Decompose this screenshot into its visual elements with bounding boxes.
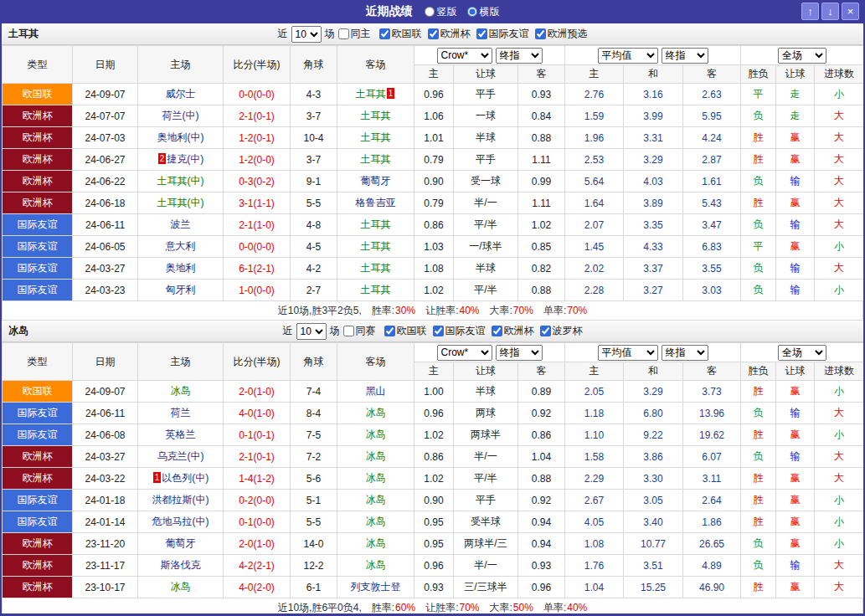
home-team[interactable]: 斯洛伐克 xyxy=(161,559,201,571)
away-team[interactable]: 冰岛 xyxy=(366,407,386,418)
away-team[interactable]: 土耳其 xyxy=(356,88,386,100)
home-team[interactable]: 奥地利(中) xyxy=(157,131,204,143)
layout-radio[interactable]: 竖版 xyxy=(425,5,457,19)
move-up-button[interactable]: ↑ xyxy=(801,3,819,20)
bookmaker-select[interactable]: Crow* xyxy=(437,345,492,361)
away-team[interactable]: 列支敦士登 xyxy=(351,581,401,593)
same-checkbox[interactable] xyxy=(338,28,349,39)
away-team[interactable]: 冰岛 xyxy=(366,537,386,549)
home-team[interactable]: 乌克兰(中) xyxy=(157,450,204,462)
league-checkbox[interactable] xyxy=(428,28,439,39)
away-team[interactable]: 冰岛 xyxy=(366,429,386,440)
home-team[interactable]: 危地马拉(中) xyxy=(152,516,209,527)
layout-radio[interactable]: 横版 xyxy=(467,5,500,19)
away-team[interactable]: 土耳其 xyxy=(361,218,391,230)
close-button[interactable]: × xyxy=(842,3,859,20)
away-team[interactable]: 冰岛 xyxy=(366,559,386,571)
away-team[interactable]: 格鲁吉亚 xyxy=(356,197,396,208)
score[interactable]: 4-2(2-1) xyxy=(224,555,291,577)
away-team[interactable]: 土耳其 xyxy=(361,262,391,274)
league-checkbox[interactable] xyxy=(535,28,546,39)
score[interactable]: 0-1(0-0) xyxy=(224,511,291,533)
score[interactable]: 0-3(0-2) xyxy=(224,171,291,192)
score[interactable]: 1-2(0-0) xyxy=(224,149,291,171)
home-team[interactable]: 荷兰 xyxy=(171,407,191,418)
league-checkbox[interactable] xyxy=(433,326,444,336)
league-filter[interactable]: 欧国联 xyxy=(384,324,427,338)
home-team[interactable]: 荷兰(中) xyxy=(162,110,199,121)
move-down-button[interactable]: ↓ xyxy=(821,3,839,20)
score[interactable]: 2-1(0-1) xyxy=(224,105,291,127)
final-index-select[interactable]: 终指 xyxy=(496,48,543,64)
final-index-select[interactable]: 终指 xyxy=(496,345,543,361)
league-filter[interactable]: 国际友谊 xyxy=(433,324,486,338)
average-select[interactable]: 平均值 xyxy=(598,345,658,361)
same-filter[interactable]: 同赛 xyxy=(343,324,376,338)
scope-select[interactable]: 全场 xyxy=(778,48,826,64)
home-team[interactable]: 奥地利 xyxy=(166,262,196,274)
home-team[interactable]: 捷克(中) xyxy=(167,153,203,165)
league-checkbox[interactable] xyxy=(540,326,551,336)
home-team[interactable]: 匈牙利 xyxy=(166,284,196,295)
corner-score: 7-4 xyxy=(291,381,337,403)
same-checkbox[interactable] xyxy=(343,326,354,336)
away-team[interactable]: 葡萄牙 xyxy=(361,175,391,187)
away-team[interactable]: 黑山 xyxy=(366,385,386,397)
home-team[interactable]: 土耳其(中) xyxy=(157,197,204,208)
scope-select[interactable]: 全场 xyxy=(778,345,826,361)
score[interactable]: 2-0(1-0) xyxy=(224,381,291,403)
away-team[interactable]: 冰岛 xyxy=(366,516,386,527)
away-team[interactable]: 土耳其 xyxy=(361,153,391,165)
score[interactable]: 2-1(1-0) xyxy=(224,214,291,236)
score[interactable]: 0-2(0-0) xyxy=(224,490,291,511)
home-team[interactable]: 冰岛 xyxy=(171,385,191,397)
away-team[interactable]: 冰岛 xyxy=(366,472,386,484)
league-filter[interactable]: 欧洲预选 xyxy=(535,27,588,41)
league-checkbox[interactable] xyxy=(379,28,390,39)
score[interactable]: 2-0(1-0) xyxy=(224,533,291,555)
away-team[interactable]: 土耳其 xyxy=(361,240,391,252)
final-index-select[interactable]: 终指 xyxy=(662,345,708,361)
score[interactable]: 1-2(0-1) xyxy=(224,127,291,149)
home-team[interactable]: 英格兰 xyxy=(166,429,196,440)
score[interactable]: 4-0(1-0) xyxy=(224,403,291,424)
score[interactable]: 3-1(1-1) xyxy=(224,192,291,214)
league-checkbox[interactable] xyxy=(384,326,395,336)
away-team[interactable]: 土耳其 xyxy=(361,284,391,295)
league-filter[interactable]: 波罗杯 xyxy=(540,324,583,338)
league-filter[interactable]: 欧洲杯 xyxy=(428,27,471,41)
league-checkbox[interactable] xyxy=(476,28,487,39)
score[interactable]: 0-0(0-0) xyxy=(224,84,291,105)
home-team[interactable]: 冰岛 xyxy=(171,581,191,593)
home-team[interactable]: 波兰 xyxy=(171,218,191,230)
recent-count-select[interactable]: 10 xyxy=(296,323,327,340)
away-team[interactable]: 土耳其 xyxy=(361,110,391,121)
average-select[interactable]: 平均值 xyxy=(598,48,658,64)
away-team[interactable]: 冰岛 xyxy=(366,494,386,506)
home-team[interactable]: 葡萄牙 xyxy=(166,537,196,549)
recent-count-select[interactable]: 10 xyxy=(291,26,322,43)
layout-radio-input[interactable] xyxy=(425,7,435,17)
home-team[interactable]: 土耳其(中) xyxy=(157,175,204,187)
layout-radio-input[interactable] xyxy=(467,7,477,17)
home-team[interactable]: 洪都拉斯(中) xyxy=(152,494,209,506)
league-checkbox[interactable] xyxy=(492,326,502,336)
score[interactable]: 1-4(1-2) xyxy=(224,468,291,490)
bookmaker-select[interactable]: Crow* xyxy=(437,48,492,64)
away-team[interactable]: 冰岛 xyxy=(366,450,386,462)
league-filter[interactable]: 欧洲杯 xyxy=(492,324,534,338)
league-filter[interactable]: 欧国联 xyxy=(379,27,422,41)
score[interactable]: 0-1(0-1) xyxy=(224,424,291,446)
home-team[interactable]: 威尔士 xyxy=(166,88,196,100)
score[interactable]: 1-0(0-0) xyxy=(224,280,291,301)
league-filter[interactable]: 国际友谊 xyxy=(476,27,529,41)
score[interactable]: 6-1(2-1) xyxy=(224,258,291,280)
home-team[interactable]: 意大利 xyxy=(166,240,196,252)
away-team[interactable]: 土耳其 xyxy=(361,131,391,143)
same-filter[interactable]: 同主 xyxy=(338,27,371,41)
score[interactable]: 2-1(0-1) xyxy=(224,446,291,468)
score[interactable]: 0-0(0-0) xyxy=(224,236,291,258)
home-team[interactable]: 以色列(中) xyxy=(162,472,209,484)
final-index-select[interactable]: 终指 xyxy=(662,48,708,64)
score[interactable]: 4-0(2-0) xyxy=(224,577,291,598)
